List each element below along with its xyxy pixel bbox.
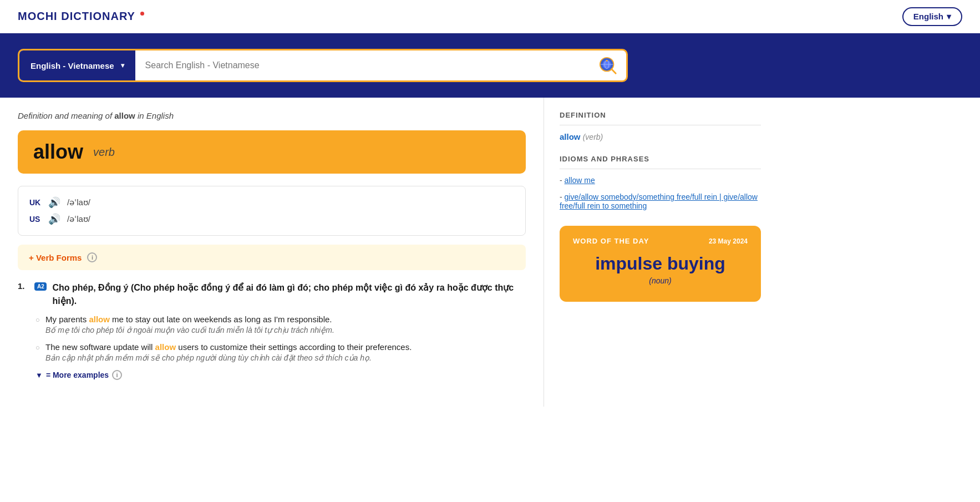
breadcrumb-prefix: Definition and meaning of — [18, 111, 114, 120]
svg-point-4 — [606, 60, 608, 62]
more-examples-label: = More examples — [46, 371, 109, 379]
highlight-allow: allow — [89, 315, 110, 324]
wod-title: WORD OF THE DAY — [573, 237, 649, 245]
def-link: allow (verb) — [560, 132, 761, 141]
search-button[interactable] — [590, 50, 626, 80]
example-en-1: My parents allow me to stay out late on … — [45, 315, 526, 324]
example-vi-2: Bản cập nhật phần mềm mới sẽ cho phép ng… — [45, 353, 526, 362]
pronunciation-uk-row: UK 🔊 /əˈlaʊ/ — [29, 196, 514, 209]
def-word-link[interactable]: allow — [560, 132, 583, 141]
verb-forms-label: + Verb Forms — [29, 253, 82, 262]
pronunciation-section: UK 🔊 /əˈlaʊ/ US 🔊 /əˈlaʊ/ — [18, 186, 526, 236]
breadcrumb: Definition and meaning of allow in Engli… — [18, 111, 526, 120]
logo-dot — [140, 12, 144, 16]
def-number: 1. — [18, 281, 29, 291]
info-icon: i — [87, 252, 97, 262]
definition-item-1: 1. A2 Cho phép, Đồng ý (Cho phép hoặc đồ… — [18, 281, 526, 380]
breadcrumb-word: allow — [114, 111, 135, 120]
def-number-row: 1. A2 Cho phép, Đồng ý (Cho phép hoặc đồ… — [18, 281, 526, 308]
language-switcher-button[interactable]: English ▾ — [902, 7, 962, 26]
wod-pos: (noun) — [573, 276, 748, 285]
example-en-2: The new software update will allow users… — [45, 342, 526, 352]
example-list: My parents allow me to stay out late on … — [18, 315, 526, 362]
def-word: allow — [560, 132, 581, 141]
idioms-section-title: IDIOMS AND PHRASES — [560, 155, 761, 169]
main-container: Definition and meaning of allow in Engli… — [0, 98, 980, 407]
pron-label-uk: UK — [29, 198, 42, 207]
lang-dropdown-label: English - Vietnamese — [31, 61, 114, 70]
pron-label-us: US — [29, 215, 42, 224]
search-wrapper: English - Vietnamese ▾ — [18, 49, 628, 82]
sidebar-right: DEFINITION allow (verb) IDIOMS AND PHRAS… — [544, 98, 776, 407]
def-text: Cho phép, Đồng ý (Cho phép hoặc đồng ý đ… — [52, 281, 526, 308]
word-of-day-card: WORD OF THE DAY 23 May 2024 impulse buyi… — [560, 226, 761, 302]
example-vi-1: Bố mẹ tôi cho phép tôi ở ngoài muộn vào … — [45, 326, 526, 334]
search-icon — [598, 56, 617, 75]
info-icon-2: i — [112, 370, 122, 380]
speaker-icon: 🔊 — [48, 197, 60, 208]
wod-word: impulse buying — [573, 253, 748, 274]
logo-text: MOCHI DICTIONARY — [18, 10, 135, 22]
word-header-card: allow verb — [18, 130, 526, 174]
idiom-item-1: - allow me — [560, 176, 761, 185]
chevron-down-icon: ▾ — [947, 12, 951, 22]
level-badge: A2 — [34, 282, 47, 291]
idiom-item-2: - give/allow somebody/something free/ful… — [560, 192, 761, 210]
svg-line-5 — [612, 69, 616, 74]
idiom-link-1[interactable]: allow me — [565, 176, 595, 185]
idioms-section: IDIOMS AND PHRASES - allow me - give/all… — [560, 155, 761, 210]
definition-section-title: DEFINITION — [560, 111, 761, 125]
breadcrumb-suffix: in English — [135, 111, 174, 120]
def-pos: (verb) — [583, 133, 603, 141]
idiom-link-2[interactable]: give/allow somebody/something free/full … — [560, 192, 758, 210]
search-input[interactable] — [135, 50, 590, 80]
app-logo: MOCHI DICTIONARY — [18, 10, 144, 23]
lang-dropdown-button[interactable]: English - Vietnamese ▾ — [19, 50, 135, 80]
example-item-1: My parents allow me to stay out late on … — [35, 315, 526, 334]
arrow-icon: ▼ — [35, 371, 43, 379]
example-item-2: The new software update will allow users… — [35, 342, 526, 362]
wod-header: WORD OF THE DAY 23 May 2024 — [573, 237, 748, 245]
content-left: Definition and meaning of allow in Engli… — [0, 98, 544, 407]
word-title: allow — [33, 140, 83, 164]
search-area: English - Vietnamese ▾ — [0, 33, 980, 98]
audio-us-button[interactable]: 🔊 — [48, 213, 60, 225]
pronunciation-us-row: US 🔊 /əˈlaʊ/ — [29, 213, 514, 225]
word-pos: verb — [93, 146, 115, 159]
wod-date: 23 May 2024 — [709, 237, 748, 245]
audio-uk-button[interactable]: 🔊 — [48, 196, 60, 209]
highlight-allow-2: allow — [155, 342, 176, 352]
pron-ipa-us: /əˈlaʊ/ — [67, 214, 90, 224]
lang-switcher-label: English — [913, 12, 943, 21]
verb-forms-bar[interactable]: + Verb Forms i — [18, 245, 526, 270]
speaker-icon: 🔊 — [48, 214, 60, 225]
app-header: MOCHI DICTIONARY English ▾ — [0, 0, 980, 33]
more-examples-button[interactable]: ▼ = More examples i — [35, 370, 526, 380]
chevron-down-icon: ▾ — [121, 62, 124, 69]
pron-ipa-uk: /əˈlaʊ/ — [67, 197, 90, 207]
